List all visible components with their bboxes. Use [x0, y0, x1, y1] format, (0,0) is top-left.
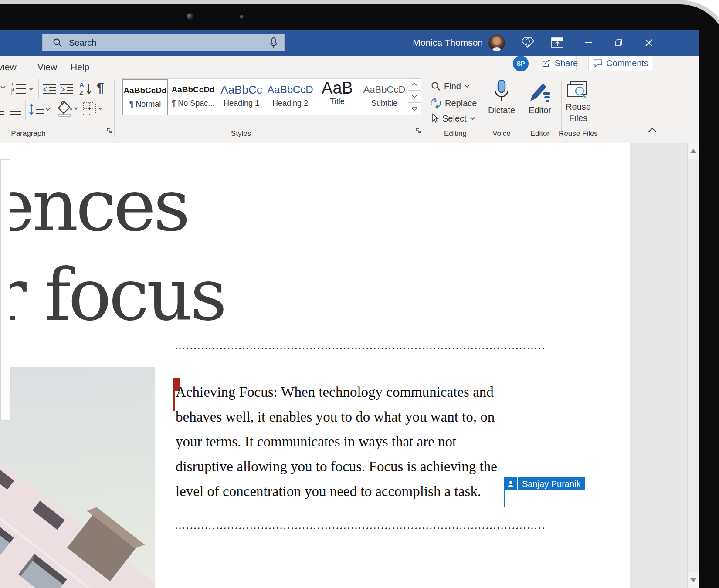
- comments-label: Comments: [606, 58, 648, 68]
- increase-indent-button[interactable]: [59, 83, 74, 95]
- group-divider: [114, 81, 115, 137]
- page-margin-background: [630, 143, 687, 588]
- reuse-files-icon: [566, 81, 589, 101]
- dotted-divider-bottom: [176, 527, 546, 529]
- group-divider: [597, 81, 597, 137]
- svg-text:A: A: [79, 81, 84, 88]
- select-icon: [431, 113, 439, 124]
- comments-button[interactable]: Comments: [588, 56, 653, 71]
- body-line: Achieving Focus: When technology communi…: [176, 380, 497, 405]
- reuse-files-button[interactable]: [566, 81, 589, 101]
- dictate-button[interactable]: [492, 79, 511, 105]
- scrollbar-thumb[interactable]: [0, 159, 10, 421]
- share-button[interactable]: Share: [543, 56, 577, 71]
- search-icon: [52, 37, 63, 48]
- editor-label[interactable]: Editor: [522, 105, 557, 115]
- decrease-indent-button[interactable]: [42, 83, 57, 95]
- chevron-down-icon: [464, 84, 470, 88]
- body-line: level of concentration you need to accom…: [176, 479, 497, 504]
- presence-badge[interactable]: SP: [513, 56, 529, 71]
- paragraph-group-label: Paragraph: [4, 129, 52, 138]
- reuse-files-group-label: Reuse Files: [557, 129, 600, 138]
- pilcrow-button[interactable]: ¶: [97, 80, 104, 95]
- divider: [25, 100, 26, 120]
- shading-button[interactable]: [58, 101, 79, 117]
- editor-button[interactable]: [529, 82, 551, 103]
- style-subtitle[interactable]: AaBbCcD Subtitle: [361, 79, 408, 115]
- scroll-down-button[interactable]: [688, 572, 699, 588]
- user-name[interactable]: Monica Thomson: [392, 30, 483, 56]
- collab-cursor-caret: [504, 490, 505, 507]
- divider: [77, 79, 77, 99]
- share-icon: [542, 59, 551, 68]
- share-label: Share: [555, 58, 578, 68]
- align-justify-button[interactable]: [10, 104, 21, 115]
- style-heading-2[interactable]: AaBbCcD Heading 2: [267, 79, 314, 115]
- reuse-files-label[interactable]: Reuse Files: [560, 101, 596, 124]
- dictate-mic-icon: [492, 79, 511, 105]
- ribbon: 1ai AZ ¶: [0, 78, 699, 143]
- align-left-icon[interactable]: [0, 104, 4, 115]
- avatar[interactable]: [488, 34, 505, 51]
- group-divider: [425, 81, 425, 137]
- restore-button[interactable]: [608, 30, 628, 56]
- svg-text:i: i: [11, 91, 12, 96]
- mic-icon[interactable]: [269, 37, 278, 51]
- collapse-ribbon-button[interactable]: [648, 127, 657, 133]
- line-spacing-button[interactable]: [29, 103, 50, 116]
- search-placeholder: Search: [69, 38, 96, 48]
- ribbon-display-options-button[interactable]: [547, 30, 567, 56]
- gallery-scroll-up-button[interactable]: [408, 78, 421, 91]
- styles-dialog-launcher[interactable]: [415, 128, 422, 134]
- building-graphic: [0, 414, 155, 588]
- group-divider: [522, 81, 522, 137]
- body-line: disruptive allowing you to focus. Focus …: [176, 454, 497, 479]
- style-heading-1[interactable]: AaBbCc Heading 1: [218, 79, 265, 115]
- document-heading[interactable]: ences r focus: [0, 161, 224, 340]
- multilevel-list-button[interactable]: 1ai: [11, 82, 33, 96]
- minimize-button[interactable]: [578, 30, 598, 56]
- gallery-scroll-down-button[interactable]: [408, 91, 421, 103]
- chevron-down-icon: [470, 116, 476, 121]
- body-paragraph[interactable]: Achieving Focus: When technology communi…: [176, 380, 497, 504]
- borders-button[interactable]: [83, 102, 103, 116]
- divider: [38, 79, 39, 99]
- vertical-scrollbar[interactable]: [687, 143, 699, 588]
- select-button[interactable]: Select: [431, 113, 476, 124]
- replace-icon: bc: [430, 97, 442, 109]
- styles-gallery: AaBbCcDd ¶ Normal AaBbCcDd ¶ No Spac... …: [121, 78, 421, 115]
- styles-group-label: Styles: [217, 129, 265, 138]
- gem-icon[interactable]: [518, 30, 538, 56]
- dictate-label[interactable]: Dictate: [484, 105, 519, 115]
- document-canvas[interactable]: ences r focus Achieving Focus: When tech…: [0, 143, 699, 588]
- gallery-more-button[interactable]: [408, 103, 421, 115]
- tab-view[interactable]: View: [37, 56, 57, 78]
- editing-group-label: Editing: [429, 129, 482, 138]
- close-button[interactable]: [639, 30, 659, 56]
- search-input[interactable]: Search: [42, 34, 285, 51]
- style-normal[interactable]: AaBbCcDd ¶ Normal: [122, 79, 168, 115]
- style-no-spacing[interactable]: AaBbCcDd ¶ No Spac...: [170, 79, 216, 115]
- voice-group-label: Voice: [484, 129, 519, 138]
- webcam-sensor-icon: [240, 15, 244, 19]
- replace-button[interactable]: bc Replace: [430, 97, 477, 109]
- word-app-window: Search Monica Thomson: [0, 30, 699, 588]
- body-line: your terms. It communicates in ways that…: [176, 429, 497, 454]
- tab-review[interactable]: eview: [0, 56, 17, 78]
- editor-group-label: Editor: [522, 129, 557, 138]
- sort-button[interactable]: AZ: [79, 81, 92, 96]
- document-image[interactable]: [0, 367, 155, 588]
- scroll-up-button[interactable]: [688, 143, 699, 159]
- tab-help[interactable]: Help: [71, 56, 89, 78]
- style-title[interactable]: AaB Title: [315, 79, 360, 115]
- chevron-down-icon[interactable]: [0, 85, 6, 90]
- titlebar: Search Monica Thomson: [0, 30, 699, 56]
- find-button[interactable]: Find: [431, 81, 470, 91]
- body-line: behaves well, it enables you to do what …: [176, 405, 497, 429]
- person-icon: [504, 477, 517, 490]
- collab-cursor-flag[interactable]: Sanjay Puranik: [504, 477, 585, 490]
- find-icon: [431, 81, 441, 91]
- dotted-divider-top: [176, 348, 546, 349]
- chevron-up-icon: [648, 127, 657, 133]
- paragraph-dialog-launcher[interactable]: [106, 128, 113, 134]
